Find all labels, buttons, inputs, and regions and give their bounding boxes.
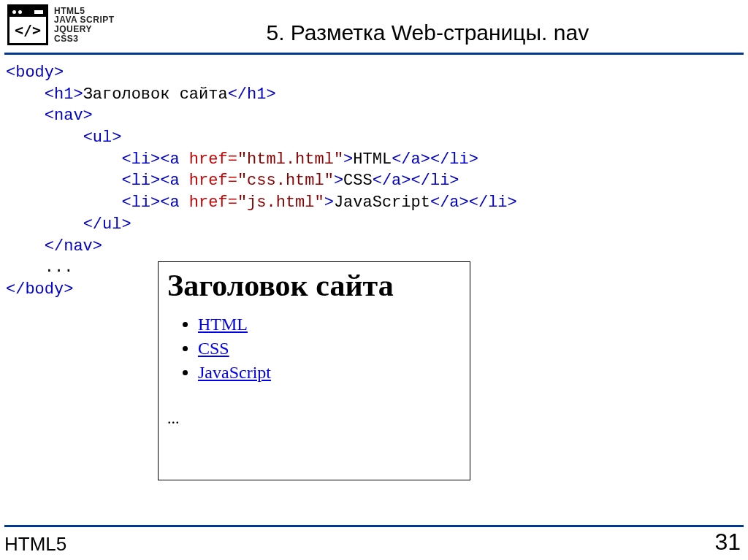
tech-stack-label: HTML5 JAVA SCRIPT JQUERY CSS3 (54, 7, 115, 43)
list-item: HTML (198, 315, 461, 334)
list-item: CSS (198, 339, 461, 358)
stack-line: JQUERY (54, 25, 115, 34)
code-logo-icon: </> (7, 4, 48, 45)
render-preview: Заголовок сайта HTML CSS JavaScript ... (158, 261, 470, 480)
preview-ellipsis: ... (167, 409, 461, 428)
logo-glyph: </> (9, 17, 46, 43)
list-item: JavaScript (198, 363, 461, 383)
slide-number: 31 (714, 529, 741, 556)
slide-footer: HTML5 31 (0, 525, 748, 560)
logo-block: </> HTML5 JAVA SCRIPT JQUERY CSS3 (7, 4, 115, 45)
preview-link-css[interactable]: CSS (198, 339, 229, 358)
preview-link-html[interactable]: HTML (198, 315, 248, 334)
titlebar-icon (9, 7, 46, 17)
divider-bottom (4, 525, 744, 527)
preview-link-js[interactable]: JavaScript (198, 363, 271, 382)
slide: </> HTML5 JAVA SCRIPT JQUERY CSS3 5. Раз… (0, 0, 748, 560)
slide-header: </> HTML5 JAVA SCRIPT JQUERY CSS3 5. Раз… (0, 0, 748, 53)
preview-list: HTML CSS JavaScript (180, 315, 461, 383)
slide-title: 5. Разметка Web-страницы. nav (115, 4, 741, 45)
preview-heading: Заголовок сайта (167, 268, 461, 303)
footer-label: HTML5 (4, 533, 66, 556)
stack-line: CSS3 (54, 34, 115, 44)
